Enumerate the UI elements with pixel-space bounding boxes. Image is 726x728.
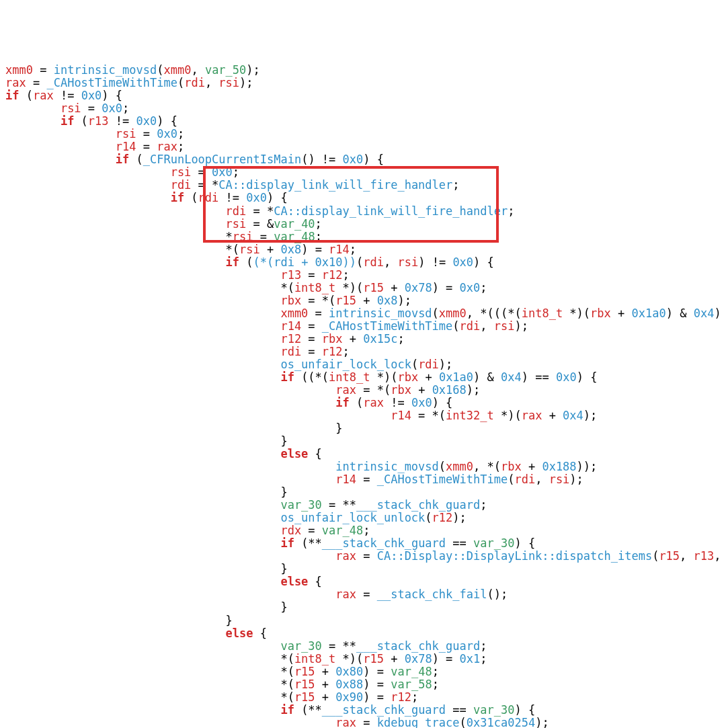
code-line: } <box>5 601 726 614</box>
code-view: xmm0 = intrinsic_movsd(xmm0, var_50);rax… <box>0 38 726 728</box>
code-line: rdi = *CA::display_link_will_fire_handle… <box>5 205 726 218</box>
code-line: r12 = rbx + 0x15c; <box>5 333 726 346</box>
code-line: } <box>5 422 726 435</box>
code-line: var_30 = **___stack_chk_guard; <box>5 640 726 653</box>
code-line: *(r15 + 0x80) = var_48; <box>5 665 726 678</box>
code-line: *(r15 + 0x90) = r12; <box>5 691 726 704</box>
code-line: *rsi = var_48; <box>5 231 726 243</box>
code-line: } <box>5 435 726 448</box>
code-line: rax = CA::Display::DisplayLink::dispatch… <box>5 550 726 563</box>
code-line: if (rdi != 0x0) { <box>5 192 726 204</box>
code-line: r13 = r12; <box>5 269 726 282</box>
code-line: } <box>5 563 726 575</box>
code-line: rbx = *(r15 + 0x8); <box>5 294 726 307</box>
code-line: rsi = 0x0; <box>5 166 726 179</box>
code-line: } <box>5 614 726 627</box>
decompiled-code: xmm0 = intrinsic_movsd(xmm0, var_50);rax… <box>0 64 726 728</box>
code-line: rdi = r12; <box>5 346 726 358</box>
code-line: if (r13 != 0x0) { <box>5 115 726 128</box>
code-line: os_unfair_lock_lock(rdi); <box>5 358 726 371</box>
code-line: rsi = 0x0; <box>5 128 726 140</box>
code-line: if ((*(rdi + 0x10))(rdi, rsi) != 0x0) { <box>5 256 726 269</box>
code-line: xmm0 = intrinsic_movsd(xmm0, var_50); <box>5 64 726 77</box>
code-line: rdx = var_48; <box>5 524 726 537</box>
code-line: } <box>5 486 726 499</box>
code-line: else { <box>5 575 726 588</box>
code-line: *(int8_t *)(r15 + 0x78) = 0x1; <box>5 653 726 665</box>
code-line: *(int8_t *)(r15 + 0x78) = 0x0; <box>5 282 726 294</box>
code-line: os_unfair_lock_unlock(r12); <box>5 512 726 524</box>
code-line: rax = __stack_chk_fail(); <box>5 588 726 601</box>
code-line: r14 = *(int32_t *)(rax + 0x4); <box>5 409 726 422</box>
code-line: *(r15 + 0x88) = var_58; <box>5 678 726 691</box>
code-line: if (_CFRunLoopCurrentIsMain() != 0x0) { <box>5 153 726 166</box>
code-line: rax = _CAHostTimeWithTime(rdi, rsi); <box>5 77 726 89</box>
code-line: *(rsi + 0x8) = r14; <box>5 243 726 256</box>
code-line: if (**___stack_chk_guard == var_30) { <box>5 704 726 717</box>
code-line: rsi = 0x0; <box>5 102 726 115</box>
code-line: var_30 = **___stack_chk_guard; <box>5 499 726 512</box>
code-line: r14 = _CAHostTimeWithTime(rdi, rsi); <box>5 473 726 486</box>
code-line: rdi = *CA::display_link_will_fire_handle… <box>5 179 726 192</box>
code-line: rax = kdebug_trace(0x31ca0254); <box>5 717 726 728</box>
code-line: else { <box>5 448 726 460</box>
code-line: r14 = rax; <box>5 140 726 153</box>
code-line: r14 = _CAHostTimeWithTime(rdi, rsi); <box>5 320 726 333</box>
code-line: rax = *(rbx + 0x168); <box>5 384 726 397</box>
code-line: xmm0 = intrinsic_movsd(xmm0, *(((*(int8_… <box>5 307 726 320</box>
code-line: else { <box>5 627 726 640</box>
code-line: if (rax != 0x0) { <box>5 397 726 409</box>
code-line: if (rax != 0x0) { <box>5 89 726 102</box>
code-line: intrinsic_movsd(xmm0, *(rbx + 0x188)); <box>5 460 726 473</box>
code-line: rsi = &var_40; <box>5 218 726 231</box>
code-line: if (**___stack_chk_guard == var_30) { <box>5 537 726 550</box>
code-line: if ((*(int8_t *)(rbx + 0x1a0) & 0x4) == … <box>5 371 726 384</box>
